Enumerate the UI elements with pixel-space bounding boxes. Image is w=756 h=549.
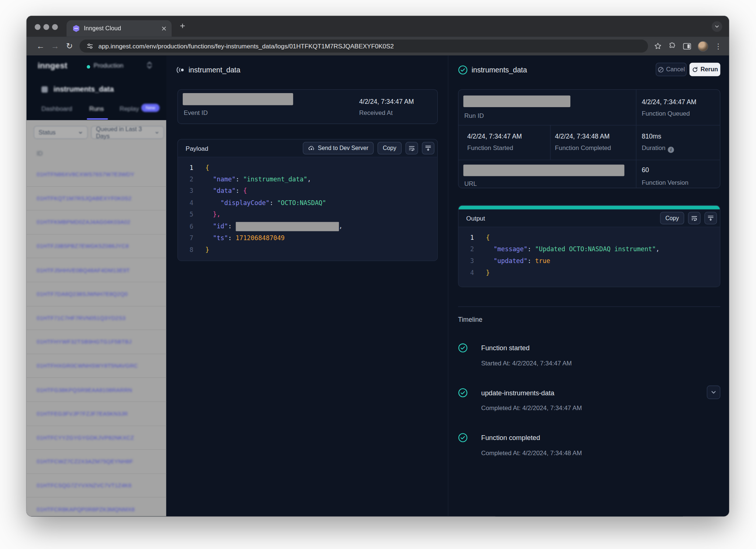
version-value: 60: [642, 167, 649, 174]
event-title: instrument_data: [189, 66, 241, 74]
payload-code[interactable]: 1{2 "name": "instrument_data",3 "data": …: [178, 157, 437, 261]
run-id-row[interactable]: 01HTFKMBPMD0ZAJ4AG04K03A02: [27, 211, 166, 235]
timeline-item: Function completedCompleted At: 4/2/2024…: [458, 434, 721, 456]
output-success-bar: [458, 205, 720, 209]
wrap-text-button[interactable]: [688, 212, 701, 224]
rerun-button[interactable]: Rerun: [690, 63, 721, 76]
version-label: Function Version: [642, 179, 688, 187]
run-id-row[interactable]: 01HTFN86XV8CXWS76S7W7E3WDY: [27, 163, 166, 187]
redacted-url: [463, 164, 624, 176]
inngest-favicon-icon: [72, 25, 80, 33]
profile-avatar[interactable]: [698, 41, 708, 51]
id-column-header: ID: [37, 150, 42, 157]
address-bar[interactable]: app.inngest.com/env/production/functions…: [80, 40, 648, 52]
tab-replay[interactable]: Replay: [120, 105, 139, 113]
run-id-text: 01HTF7DA6Q238SJWNH7E8Q2Q0: [37, 291, 128, 297]
run-id-row[interactable]: 01HTFG38KPQSR9EAA8108RARRN: [27, 378, 166, 402]
payload-card: Payload Send to Dev Server Copy: [178, 139, 438, 261]
browser-window: Inngest Cloud ✕ + ← → ↻ app.inngest.com/…: [27, 16, 729, 516]
run-id-row[interactable]: 01HTFHYWF32TSB9HGTG1F5BTBJ: [27, 330, 166, 354]
site-settings-icon: [86, 42, 94, 50]
timeline-item-detail: Completed At: 4/2/2024, 7:34:47 AM: [481, 405, 721, 412]
run-id-row[interactable]: 01HTFCYYZGYGYGDKJVP82NKXCZ: [27, 426, 166, 450]
run-id-row[interactable]: 01HTFCSQG7ZYVXNZVC7VT1Z4K6: [27, 474, 166, 498]
payload-copy-button[interactable]: Copy: [378, 142, 402, 154]
code-line: 3 "data": {: [178, 185, 437, 197]
tab-dashboard[interactable]: Dashboard: [41, 105, 72, 113]
info-icon[interactable]: i: [668, 146, 674, 153]
line-number: 4: [458, 269, 474, 277]
maximize-window-button[interactable]: [52, 24, 58, 30]
browser-tab[interactable]: Inngest Cloud ✕: [66, 20, 172, 37]
forward-button[interactable]: →: [48, 41, 62, 51]
run-id-row[interactable]: 01HTFHXGR0CWNHSWY8T5NAVGRC: [27, 354, 166, 378]
new-badge: New: [141, 104, 160, 112]
environment-caret-icon[interactable]: [147, 61, 152, 69]
active-tab-underline: [87, 118, 108, 120]
cloud-download-icon: [308, 145, 315, 151]
run-id-row[interactable]: 01HTFKQT1M7RSJQABEXYF0K0S2: [27, 187, 166, 211]
wrap-text-icon: [408, 145, 415, 151]
run-details-card: Run ID 4/2/24, 7:34:47 AM Function Queue…: [458, 89, 721, 188]
run-id-row[interactable]: 01HTFEG3FVJP7FZJF7EA5KN3JR: [27, 402, 166, 426]
run-id-row[interactable]: 01HTFJ5HHVE0BQ48AF4DM13E9T: [27, 258, 166, 282]
run-id-row[interactable]: 01HTFCWZ7CZ2X3AZM75QEYNH8F: [27, 450, 166, 474]
line-number: 2: [178, 176, 193, 183]
scroll-to-bottom-button[interactable]: [704, 212, 717, 224]
output-copy-button[interactable]: Copy: [660, 212, 684, 224]
cancel-button[interactable]: Cancel: [656, 63, 687, 76]
code-line: 8}: [178, 244, 437, 256]
run-id-row[interactable]: 01HTF71C7HF7RVN051Q3YD2S3: [27, 306, 166, 330]
date-range-filter-dropdown[interactable]: Queued in Last 3 Days: [91, 126, 164, 139]
split-view-icon[interactable]: [683, 42, 691, 50]
run-id-row[interactable]: 01HTFJ3B5PBZ7EWGK5Z086JYC8: [27, 234, 166, 258]
browser-menu-icon[interactable]: ⋮: [715, 42, 722, 51]
code-line: 4 "displayCode": "OCTO:NASDAQ": [178, 197, 437, 209]
tab-runs[interactable]: Runs: [89, 105, 104, 113]
line-number: 4: [178, 199, 193, 207]
reload-button[interactable]: ↻: [62, 41, 76, 51]
success-check-icon: [458, 343, 468, 353]
event-meta-card: Event ID 4/2/24, 7:34:47 AM Received At: [178, 89, 438, 124]
run-id-text: 01HTFG38KPQSR9EAA8108RARRN: [37, 387, 132, 393]
environment-selector[interactable]: Production: [93, 62, 123, 69]
tab-close-icon[interactable]: ✕: [161, 25, 167, 32]
output-code[interactable]: 1{2 "message": "Updated OCTO:NASDAQ inst…: [458, 227, 720, 287]
line-number: 8: [178, 246, 193, 254]
success-check-icon: [458, 433, 468, 443]
scroll-to-bottom-button[interactable]: [422, 142, 434, 154]
queued-value: 4/2/24, 7:34:47 AM: [642, 98, 696, 106]
tab-search-button[interactable]: [712, 21, 722, 32]
event-panel: instrument_data Event ID 4/2/24, 7:34:47…: [166, 55, 449, 516]
timeline-list: Function startedStarted At: 4/2/2024, 7:…: [458, 344, 721, 478]
run-id-text: 01HTFCYYZGYGYGDKJVP82NKXCZ: [37, 435, 134, 441]
received-at-label: Received At: [359, 109, 393, 116]
run-id-row[interactable]: 01HTF7DA6Q238SJWNH7E8Q2Q0: [27, 282, 166, 306]
details-row-times: 4/2/24, 7:34:47 AM Function Started 4/2/…: [458, 125, 720, 160]
bookmark-star-icon[interactable]: [654, 42, 662, 50]
expand-step-button[interactable]: [707, 386, 721, 399]
status-filter-dropdown[interactable]: Status: [34, 126, 87, 139]
extensions-puzzle-icon[interactable]: [668, 42, 676, 50]
sidebar: inngest Production instruments_data Dash…: [27, 55, 166, 516]
new-tab-button[interactable]: +: [180, 21, 185, 31]
success-check-icon: [458, 388, 468, 398]
run-id-row[interactable]: 01HTFCR8KAPQP0R8PZK3MQNMX8: [27, 498, 166, 516]
output-header: Output Copy: [458, 209, 720, 227]
started-value: 4/2/24, 7:34:47 AM: [467, 133, 522, 140]
inngest-logo: inngest: [38, 61, 68, 71]
line-number: 6: [178, 223, 193, 230]
minimize-window-button[interactable]: [44, 24, 49, 30]
back-button[interactable]: ←: [33, 41, 48, 51]
code-line: 2 "message": "Updated OCTO:NASDAQ instru…: [458, 243, 720, 255]
run-id-label: Run ID: [464, 112, 484, 119]
tab-title: Inngest Cloud: [84, 25, 157, 32]
started-label: Function Started: [467, 144, 513, 152]
wrap-text-button[interactable]: [405, 142, 418, 154]
run-id-text: 01HTFCSQG7ZYVXNZVC7VT1Z4K6: [37, 482, 131, 488]
close-window-button[interactable]: [35, 24, 41, 30]
run-title: instruments_data: [471, 66, 527, 74]
send-to-dev-server-button[interactable]: Send to Dev Server: [303, 142, 374, 154]
run-id-text: 01HTFJ5HHVE0BQ48AF4DM13E9T: [37, 267, 130, 273]
browser-titlebar: Inngest Cloud ✕ +: [27, 16, 729, 37]
